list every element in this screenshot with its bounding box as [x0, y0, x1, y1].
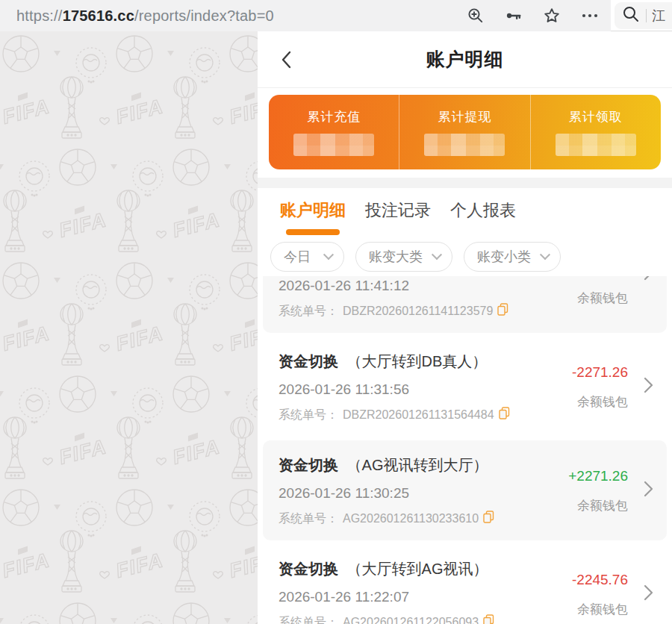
- wallet-label: 余额钱包: [568, 290, 628, 307]
- divider: [646, 9, 647, 22]
- chevron-right-icon[interactable]: [640, 479, 656, 502]
- transaction-note: （AG视讯转到大厅）: [347, 457, 488, 473]
- amount: -2245.76: [572, 571, 628, 589]
- copy-icon[interactable]: [483, 614, 494, 624]
- transaction-note: （大厅转到DB真人）: [347, 353, 488, 369]
- transaction-type: 资金切换: [279, 457, 338, 473]
- chevron-right-icon[interactable]: [640, 583, 656, 605]
- url-scheme: https://: [16, 7, 63, 24]
- filter-label: 账变大类: [369, 248, 423, 266]
- order-number: DBZR202601261141123579: [343, 303, 493, 319]
- wallet-label: 余额钱包: [572, 393, 628, 411]
- chevron-right-icon[interactable]: [640, 276, 656, 285]
- report-page: 账户明细 累计充值 累计提现 累计领取 账户明细: [258, 31, 672, 624]
- summary-label: 累计充值: [307, 108, 361, 125]
- page-header: 账户明细: [258, 31, 672, 88]
- major-category-dropdown[interactable]: 账变大类: [355, 242, 452, 272]
- copy-icon[interactable]: [497, 303, 508, 320]
- search-icon[interactable]: [622, 5, 640, 26]
- transaction-time: 2026-01-26 11:31:56: [279, 380, 572, 399]
- summary-card-section: 累计充值 累计提现 累计领取: [258, 88, 672, 178]
- transaction-type: 资金切换: [279, 353, 338, 369]
- transaction-list[interactable]: 2026-01-26 11:41:12 系统单号： DBZR2026012611…: [258, 276, 672, 624]
- summary-total-claim: 累计领取: [530, 95, 661, 169]
- tab-bar: 账户明细 投注记录 个人报表: [258, 188, 672, 238]
- chevron-down-icon: [323, 249, 334, 260]
- tab-bet-records[interactable]: 投注记录: [365, 199, 431, 222]
- order-label: 系统单号：: [279, 614, 338, 624]
- amount: +2271.26: [568, 467, 628, 485]
- url-domain: 175616.cc: [63, 7, 134, 24]
- date-filter-dropdown[interactable]: 今日: [270, 242, 344, 272]
- order-label: 系统单号：: [279, 407, 338, 423]
- chevron-right-icon[interactable]: [640, 375, 656, 398]
- summary-total-withdraw: 累计提现: [399, 95, 529, 169]
- url-path: /reports/index?tab=0: [134, 7, 274, 24]
- transaction-row[interactable]: 资金切换 （大厅转到AG视讯） 2026-01-26 11:22:07 系统单号…: [263, 544, 667, 624]
- order-number: AG202601261122056093: [343, 614, 479, 624]
- order-number: AG202601261130233610: [343, 511, 479, 527]
- wallet-label: 余额钱包: [568, 497, 628, 514]
- transaction-row[interactable]: 资金切换 （AG视讯转到大厅） 2026-01-26 11:30:25 系统单号…: [263, 440, 667, 540]
- summary-total-deposit: 累计充值: [269, 95, 399, 169]
- transaction-row[interactable]: 2026-01-26 11:41:12 系统单号： DBZR2026012611…: [263, 276, 667, 333]
- blurred-amount: [293, 134, 374, 156]
- more-menu-icon[interactable]: [581, 7, 599, 25]
- back-button[interactable]: [277, 49, 298, 70]
- filter-label: 账变小类: [477, 248, 531, 266]
- summary-label: 累计提现: [438, 108, 491, 125]
- chevron-down-icon: [540, 249, 550, 260]
- blurred-amount: [556, 134, 636, 156]
- transaction-time: 2026-01-26 11:30:25: [279, 484, 568, 503]
- section-divider: [258, 178, 672, 188]
- transaction-time: 2026-01-26 11:22:07: [279, 587, 572, 607]
- transaction-time: 2026-01-26 11:41:12: [279, 276, 568, 296]
- minor-category-dropdown[interactable]: 账变小类: [464, 242, 561, 272]
- copy-icon[interactable]: [483, 511, 494, 528]
- key-icon[interactable]: [505, 7, 523, 25]
- find-in-page-box[interactable]: 江: [615, 2, 672, 29]
- order-number: DBZR202601261131564484: [343, 407, 494, 423]
- browser-bar: https://175616.cc/reports/index?tab=0: [0, 0, 672, 31]
- active-tab-indicator: [286, 229, 340, 235]
- transaction-type: 资金切换: [279, 561, 338, 577]
- zoom-in-icon[interactable]: [467, 7, 485, 25]
- wallet-label: 余额钱包: [572, 601, 628, 618]
- copy-icon[interactable]: [499, 407, 510, 424]
- bookmark-star-icon[interactable]: [543, 7, 561, 25]
- tab-account-details[interactable]: 账户明细: [280, 199, 346, 222]
- order-label: 系统单号：: [279, 303, 338, 319]
- page-title: 账户明细: [426, 47, 504, 72]
- find-query-text[interactable]: 江: [652, 7, 665, 25]
- blurred-amount: [424, 134, 505, 156]
- transaction-row[interactable]: 资金切换 （大厅转到DB真人） 2026-01-26 11:31:56 系统单号…: [263, 337, 667, 437]
- summary-label: 累计领取: [569, 108, 623, 125]
- filter-label: 今日: [284, 248, 311, 266]
- amount: -2271.26: [572, 364, 628, 381]
- tab-personal-report[interactable]: 个人报表: [450, 199, 516, 222]
- url-text[interactable]: https://175616.cc/reports/index?tab=0: [16, 7, 467, 25]
- chevron-down-icon: [432, 249, 442, 260]
- order-label: 系统单号：: [279, 511, 338, 527]
- address-bar[interactable]: https://175616.cc/reports/index?tab=0: [0, 0, 611, 31]
- transaction-note: （大厅转到AG视讯）: [347, 561, 488, 577]
- filter-bar: 今日 账变大类 账变小类: [258, 238, 672, 276]
- summary-card: 累计充值 累计提现 累计领取: [269, 95, 661, 169]
- amount: +2330.76: [568, 276, 628, 278]
- fifa-watermark-background: FIFA: [0, 31, 258, 624]
